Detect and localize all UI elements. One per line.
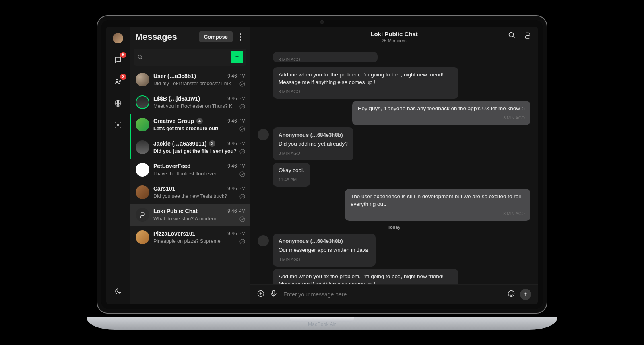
message-sender: Anonymous (…684e3h8b) [279,238,370,245]
svg-point-4 [138,55,141,58]
conversation-time: 9:46 PM [227,163,246,169]
conversation-time: 9:46 PM [227,208,246,214]
conversation-item[interactable]: User (…a3c8b1)9:46 PMDid my Loki transfe… [130,69,250,91]
message-text: Our messenger app is written in Java! [279,246,370,254]
unread-count: 2 [209,140,215,147]
message-input[interactable] [283,291,502,298]
delivery-status-icon [239,126,246,132]
unread-count: 4 [196,118,203,124]
more-menu-button[interactable] [237,32,245,42]
filter-dropdown-button[interactable] [231,51,243,63]
arrow-up-icon [522,291,529,298]
page-title: Messages [135,32,195,42]
conversation-preview: I have the floofiest floof ever [153,171,216,177]
laptop-frame: 6 2 [97,15,547,330]
conversation-name: Jackie (…a6a89111) [153,140,206,147]
nav-messages[interactable]: 6 [113,55,123,65]
conversation-name: PetLoverFeed [153,163,191,169]
nav-settings[interactable] [113,120,123,130]
conversation-name: Cars101 [153,185,175,192]
search-icon [137,54,143,60]
search-chat-button[interactable] [507,31,516,41]
conversation-preview: Pineapple on pizza? Supreme [153,238,221,244]
emoji-icon [507,290,515,298]
conversation-name: PizzaLovers101 [153,230,195,237]
message-meta: 3 MIN AGO [279,89,453,95]
emoji-button[interactable] [507,290,515,299]
conversation-preview: Did you just get the file I sent you? [153,148,237,154]
svg-point-17 [510,293,511,294]
conversation-item[interactable]: Jackie (…a6a89111)29:46 PMDid you just g… [130,136,250,159]
message-bubble: Hey guys, if anyone has any feedback on … [352,101,530,125]
delivery-status-icon [239,103,246,110]
svg-point-9 [240,172,245,177]
nav-rail: 6 2 [106,27,130,304]
delivery-status-icon [239,171,246,177]
conversation-avatar [136,73,149,86]
contacts-badge: 2 [120,74,126,80]
microphone-icon [270,290,278,298]
conversation-time: 9:46 PM [227,96,246,101]
conversation-time: 9:46 PM [227,118,246,124]
conversation-name: User (…a3c8b1) [153,73,196,79]
conversation-name: Creative Group [153,118,194,124]
conversation-avatar [136,163,149,177]
messages-badge: 6 [120,52,126,58]
message-row: Add me when you fix the problem, I'm goi… [258,67,530,99]
svg-rect-15 [273,291,275,294]
svg-point-11 [240,217,245,222]
chat-title: Loki Public Chat [370,31,418,37]
conversation-item[interactable]: L$$B (…jd6a1w1)9:46 PMMeet you in Roches… [130,91,250,114]
conversation-avatar [136,95,149,109]
avatar[interactable] [113,33,123,43]
nav-contacts[interactable]: 2 [113,76,123,87]
conversation-avatar [136,230,149,244]
svg-point-18 [512,293,513,294]
conversation-item[interactable]: PizzaLovers1019:46 PMPineapple on pizza?… [130,226,250,249]
message-meta: 3 MIN AGO [279,57,372,63]
conversation-avatar [136,208,149,222]
compose-button[interactable]: Compose [199,31,233,42]
delivery-status-icon [239,81,246,87]
conversation-preview: Did my Loki transfer process? Lmk [153,81,231,86]
app-logo-button[interactable] [523,31,532,41]
message-meta: 3 MIN AGO [279,257,370,263]
nav-globe[interactable] [113,98,123,109]
message-avatar [258,235,269,246]
conversation-item[interactable]: Cars1019:46 PMDid you see the new Tesla … [130,181,250,204]
attach-button[interactable] [257,290,265,299]
nav-theme-toggle[interactable] [113,286,123,297]
conversation-avatar [136,185,149,199]
send-button[interactable] [520,289,531,300]
message-meta: 3 MIN AGO [351,211,525,217]
message-row: 3 MIN AGO [258,52,530,65]
date-divider: Today [258,225,530,230]
delivery-status-icon [239,148,246,155]
conversation-avatar [136,140,149,154]
message-bubble: Anonymous (…684e3h8b)Our messenger app i… [273,234,376,267]
search-input[interactable] [147,54,228,61]
message-text: Add me when you fix the problem, I'm goi… [279,273,453,284]
divider-label: Today [388,225,400,230]
message-sender: Anonymous (…684e3h8b) [279,131,348,139]
message-text: Hey guys, if anyone has any feedback on … [358,105,525,113]
conversation-preview: Meet you in Rochester on Thurs? K [153,103,232,109]
message-bubble: Anonymous (…684e3h8b)Did you add me yet … [273,127,353,160]
message-bubble: Okay cool.11:45 PM [273,163,310,187]
composer [250,284,538,304]
svg-point-1 [119,80,121,82]
voice-button[interactable] [270,290,278,299]
delivery-status-icon [239,193,246,200]
delivery-status-icon [239,216,246,222]
conversation-item[interactable]: Loki Public Chat9:46 PMWhat do we stan? … [130,204,250,226]
message-bubble: Add me when you fix the problem, I'm goi… [273,67,458,99]
conversation-avatar [136,118,149,131]
webcam-icon [320,20,324,24]
message-row: Anonymous (…684e3h8b)Our messenger app i… [258,234,530,267]
message-row: Okay cool.11:45 PM [258,163,530,187]
message-text: The user experience is still in developm… [351,193,525,208]
search-icon [507,31,516,39]
conversation-item[interactable]: PetLoverFeed9:46 PMI have the floofiest … [130,159,250,181]
conversation-time: 9:46 PM [227,141,246,146]
conversation-item[interactable]: Creative Group49:46 PMLet's get this bro… [130,114,250,136]
